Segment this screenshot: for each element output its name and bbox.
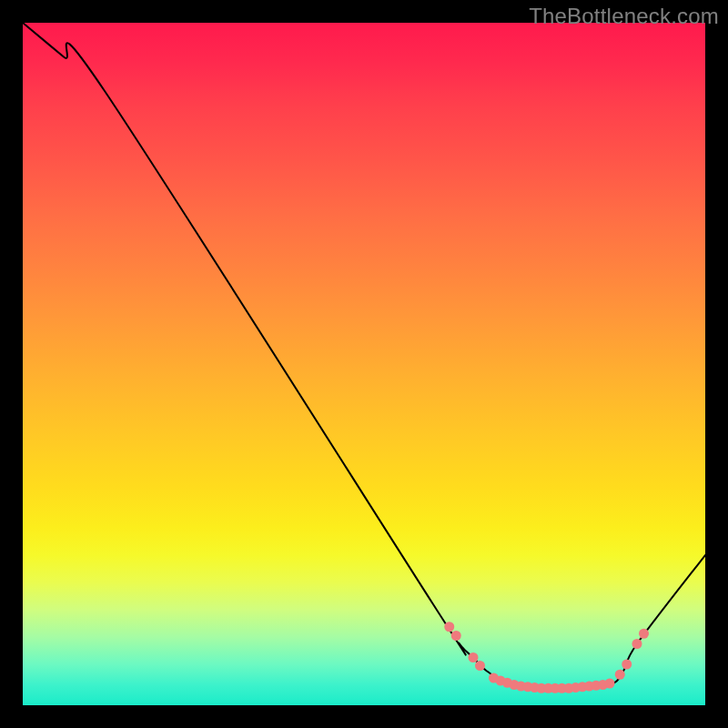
data-point-marker (615, 670, 625, 680)
data-point-marker (475, 661, 485, 671)
data-point-marker (451, 631, 461, 641)
data-point-marker (639, 629, 649, 639)
data-point-marker (605, 679, 615, 689)
bottleneck-curve (23, 23, 705, 688)
plot-area (23, 23, 705, 705)
data-point-marker (622, 660, 632, 670)
chart-frame: TheBottleneck.com (0, 0, 728, 728)
data-point-marker (469, 652, 479, 662)
data-point-marker (632, 639, 642, 649)
data-point-markers (444, 622, 649, 693)
chart-svg (23, 23, 705, 705)
watermark-text: TheBottleneck.com (529, 4, 719, 29)
data-point-marker (444, 622, 454, 632)
